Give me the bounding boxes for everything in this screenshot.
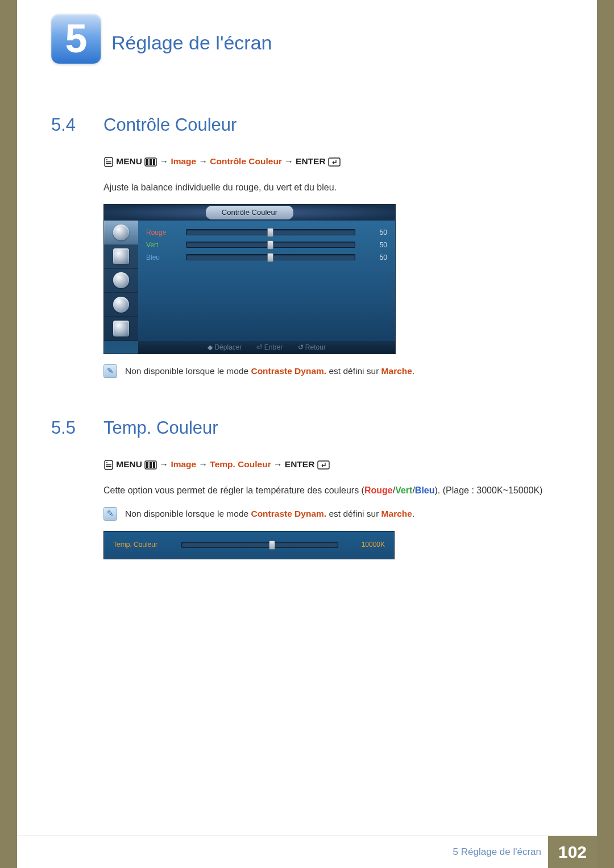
section-controle-couleur: 5.4 Contrôle Couleur MENU → Image → Cont… (51, 115, 563, 378)
slider-knob (267, 228, 273, 237)
slider-value: 50 (355, 252, 387, 263)
slider-track (186, 242, 355, 248)
osd-tab-icon (104, 293, 138, 317)
slider-track (181, 542, 338, 548)
osd-tab-icon (104, 269, 138, 293)
osd-screenshot-temp-couleur: Temp. Couleur 10000K (103, 531, 395, 559)
section-number: 5.5 (51, 418, 88, 438)
note-icon: ✎ (103, 507, 117, 521)
osd2-label: Temp. Couleur (113, 539, 181, 550)
slider-label: Vert (146, 240, 186, 251)
chapter-header: 5 Réglage de l'écran (51, 17, 563, 64)
note-text: Non disponible lorsque le mode Contraste… (125, 507, 414, 521)
note: ✎ Non disponible lorsque le mode Contras… (103, 507, 563, 521)
svg-rect-3 (106, 163, 111, 164)
slider-value: 50 (355, 240, 387, 251)
enter-icon (317, 460, 330, 470)
osd-sidebar (104, 221, 138, 341)
section-title: Temp. Couleur (103, 418, 218, 438)
page-footer: 5 Réglage de l'écran 102 (17, 836, 597, 868)
slider-row-bleu: Bleu 50 (146, 251, 387, 264)
svg-rect-12 (106, 466, 111, 467)
slider-row-vert: Vert 50 (146, 239, 387, 251)
svg-rect-6 (150, 159, 152, 165)
note: ✎ Non disponible lorsque le mode Contras… (103, 364, 563, 378)
svg-rect-11 (106, 464, 111, 465)
section-title: Contrôle Couleur (103, 115, 237, 135)
note-text: Non disponible lorsque le mode Contraste… (125, 364, 414, 378)
svg-point-1 (106, 159, 107, 160)
svg-rect-7 (153, 159, 155, 165)
menu-grid-icon (144, 157, 157, 167)
hint-back: ↺ Retour (298, 342, 326, 353)
svg-point-10 (106, 462, 107, 463)
osd-screenshot-controle-couleur: Contrôle Couleur Rouge 50 V (103, 204, 396, 354)
slider-track (186, 254, 355, 260)
svg-rect-5 (146, 159, 148, 165)
osd-tab-icon (104, 317, 138, 340)
section-description: Cette option vous permet de régler la te… (103, 484, 563, 498)
svg-rect-17 (318, 461, 329, 469)
osd-title: Contrôle Couleur (206, 206, 293, 219)
menu-grid-icon (144, 460, 157, 470)
svg-rect-2 (106, 161, 111, 162)
enter-icon (328, 157, 341, 167)
page: 5 Réglage de l'écran 5.4 Contrôle Couleu… (17, 0, 597, 868)
slider-knob (267, 240, 273, 250)
slider-label: Rouge (146, 227, 186, 238)
remote-icon (103, 157, 114, 167)
menu-path: MENU → Image → Contrôle Couleur → ENTER (103, 155, 563, 168)
section-temp-couleur: 5.5 Temp. Couleur MENU → Image → Temp. C… (51, 418, 563, 559)
chapter-number-badge: 5 (51, 14, 101, 64)
hint-enter: ⏎ Entrer (256, 342, 283, 353)
remote-icon (103, 460, 114, 470)
slider-label: Bleu (146, 252, 186, 263)
hint-move: ◆ Déplacer (208, 342, 242, 353)
page-number: 102 (548, 836, 597, 868)
osd-footer-hints: ◆ Déplacer ⏎ Entrer ↺ Retour (138, 341, 395, 354)
slider-knob (267, 253, 273, 262)
svg-rect-8 (329, 158, 340, 166)
osd2-value: 10000K (338, 539, 385, 550)
osd-tab-icon (104, 221, 138, 244)
svg-rect-16 (153, 462, 155, 468)
slider-track (186, 229, 355, 235)
osd-tab-icon (104, 244, 138, 268)
svg-rect-15 (150, 462, 152, 468)
note-icon: ✎ (103, 364, 117, 378)
slider-knob (269, 541, 275, 550)
section-number: 5.4 (51, 115, 88, 135)
chapter-title: Réglage de l'écran (111, 32, 272, 54)
footer-text: 5 Réglage de l'écran (453, 846, 541, 858)
section-description: Ajuste la balance individuelle du rouge,… (103, 181, 563, 195)
menu-path: MENU → Image → Temp. Couleur → ENTER (103, 458, 563, 471)
slider-row-rouge: Rouge 50 (146, 226, 387, 239)
slider-value: 50 (355, 227, 387, 238)
svg-rect-14 (146, 462, 148, 468)
